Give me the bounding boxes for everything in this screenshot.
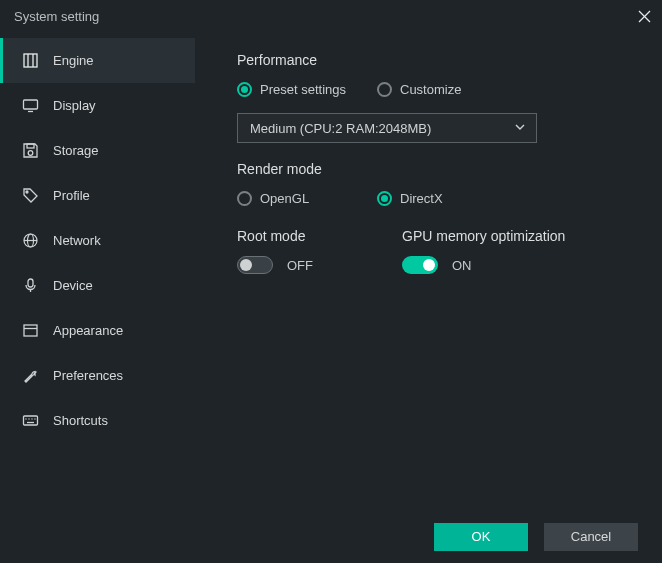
svg-rect-7 bbox=[27, 144, 34, 148]
cancel-button[interactable]: Cancel bbox=[544, 523, 638, 551]
radio-label: DirectX bbox=[400, 191, 443, 206]
radio-dot-icon bbox=[377, 191, 392, 206]
radio-label: Customize bbox=[400, 82, 461, 97]
sidebar-item-label: Preferences bbox=[53, 368, 123, 383]
button-label: Cancel bbox=[571, 529, 611, 544]
radio-dot-icon bbox=[377, 82, 392, 97]
sidebar-item-label: Network bbox=[53, 233, 101, 248]
titlebar: System setting bbox=[0, 0, 662, 32]
radio-preset-settings[interactable]: Preset settings bbox=[237, 82, 377, 97]
chevron-down-icon bbox=[514, 121, 526, 136]
radio-directx[interactable]: DirectX bbox=[377, 191, 517, 206]
dropdown-value: Medium (CPU:2 RAM:2048MB) bbox=[250, 121, 431, 136]
sidebar-item-profile[interactable]: Profile bbox=[0, 173, 195, 218]
svg-rect-17 bbox=[23, 416, 37, 425]
sidebar-item-storage[interactable]: Storage bbox=[0, 128, 195, 173]
radio-customize[interactable]: Customize bbox=[377, 82, 517, 97]
svg-rect-13 bbox=[28, 279, 33, 287]
gpu-optimization-toggle[interactable] bbox=[402, 256, 438, 274]
close-icon bbox=[638, 10, 651, 23]
root-mode-toggle[interactable] bbox=[237, 256, 273, 274]
performance-preset-dropdown[interactable]: Medium (CPU:2 RAM:2048MB) bbox=[237, 113, 537, 143]
content-panel: Performance Preset settings Customize Me… bbox=[195, 32, 662, 510]
svg-rect-15 bbox=[24, 325, 37, 336]
svg-point-8 bbox=[28, 151, 33, 156]
gpu-optimization-heading: GPU memory optimization bbox=[402, 228, 622, 244]
sidebar: Engine Display Storage Profile Network bbox=[0, 32, 195, 510]
window-title: System setting bbox=[14, 9, 99, 24]
tag-icon bbox=[21, 187, 39, 205]
keyboard-icon bbox=[21, 412, 39, 430]
svg-rect-5 bbox=[23, 100, 37, 109]
sidebar-item-label: Engine bbox=[53, 53, 93, 68]
ok-button[interactable]: OK bbox=[434, 523, 528, 551]
radio-label: Preset settings bbox=[260, 82, 346, 97]
sidebar-item-label: Device bbox=[53, 278, 93, 293]
close-button[interactable] bbox=[636, 8, 652, 24]
toggle-state-label: ON bbox=[452, 258, 472, 273]
display-icon bbox=[21, 97, 39, 115]
performance-heading: Performance bbox=[237, 52, 632, 68]
microphone-icon bbox=[21, 277, 39, 295]
button-label: OK bbox=[472, 529, 491, 544]
sidebar-item-shortcuts[interactable]: Shortcuts bbox=[0, 398, 195, 443]
footer: OK Cancel bbox=[0, 510, 662, 563]
sidebar-item-label: Profile bbox=[53, 188, 90, 203]
toggle-state-label: OFF bbox=[287, 258, 313, 273]
sidebar-item-label: Storage bbox=[53, 143, 99, 158]
sidebar-item-display[interactable]: Display bbox=[0, 83, 195, 128]
sidebar-item-label: Display bbox=[53, 98, 96, 113]
render-mode-heading: Render mode bbox=[237, 161, 632, 177]
globe-icon bbox=[21, 232, 39, 250]
radio-opengl[interactable]: OpenGL bbox=[237, 191, 377, 206]
sidebar-item-appearance[interactable]: Appearance bbox=[0, 308, 195, 353]
svg-rect-2 bbox=[24, 54, 37, 67]
radio-label: OpenGL bbox=[260, 191, 309, 206]
engine-icon bbox=[21, 52, 39, 70]
root-mode-heading: Root mode bbox=[237, 228, 402, 244]
sidebar-item-device[interactable]: Device bbox=[0, 263, 195, 308]
sidebar-item-network[interactable]: Network bbox=[0, 218, 195, 263]
appearance-icon bbox=[21, 322, 39, 340]
sidebar-item-label: Shortcuts bbox=[53, 413, 108, 428]
storage-icon bbox=[21, 142, 39, 160]
sidebar-item-label: Appearance bbox=[53, 323, 123, 338]
svg-point-9 bbox=[26, 191, 28, 193]
radio-dot-icon bbox=[237, 191, 252, 206]
sidebar-item-preferences[interactable]: Preferences bbox=[0, 353, 195, 398]
sidebar-item-engine[interactable]: Engine bbox=[0, 38, 195, 83]
wrench-icon bbox=[21, 367, 39, 385]
radio-dot-icon bbox=[237, 82, 252, 97]
